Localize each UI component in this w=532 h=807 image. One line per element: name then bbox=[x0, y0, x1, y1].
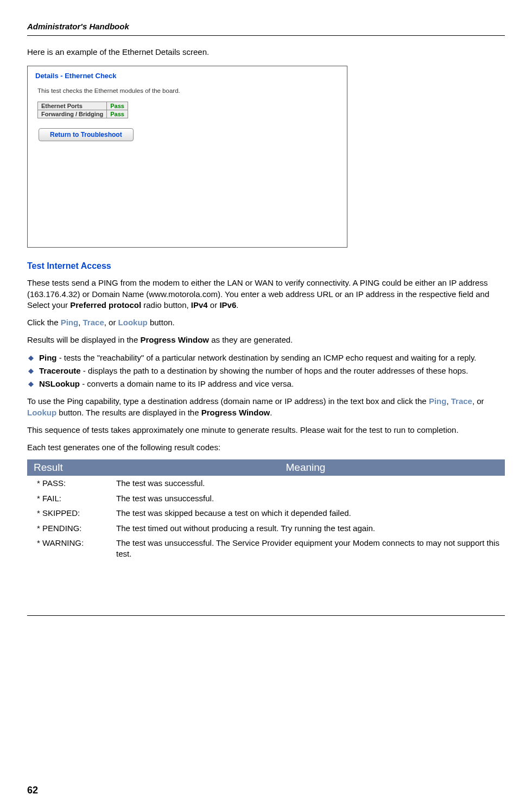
intro-text: Here is an example of the Ethernet Detai… bbox=[27, 47, 505, 58]
bullet-term: Traceroute bbox=[39, 366, 81, 375]
text: . bbox=[236, 300, 238, 310]
text-bold: Preferred protocol bbox=[70, 300, 141, 310]
text: as they are generated. bbox=[209, 335, 293, 344]
bullet-term: NSLookup bbox=[39, 379, 80, 388]
body-paragraph: To use the Ping capability, type a desti… bbox=[27, 396, 505, 418]
text: To use the Ping capability, type a desti… bbox=[27, 396, 429, 406]
result-code: * PASS: bbox=[27, 476, 106, 491]
ethernet-details-screenshot: Details - Ethernet Check This test check… bbox=[27, 66, 347, 248]
bullet-text: - displays the path to a destination by … bbox=[81, 366, 468, 375]
text: button. The results are displayed in the bbox=[56, 408, 201, 417]
text: radio button, bbox=[141, 300, 191, 310]
result-code: * WARNING: bbox=[27, 535, 106, 561]
ping-label: Ping bbox=[61, 318, 79, 327]
table-row: Ethernet Ports Pass bbox=[38, 102, 128, 110]
col-header-result: Result bbox=[27, 459, 106, 476]
result-meaning: The test was unsuccessful. bbox=[106, 491, 505, 506]
text-bold: IPv6 bbox=[219, 300, 236, 310]
cell-value: Pass bbox=[107, 102, 128, 110]
lookup-label: Lookup bbox=[27, 408, 56, 417]
body-paragraph: These tests send a PING from the modem t… bbox=[27, 278, 505, 311]
ss-title: Details - Ethernet Check bbox=[35, 72, 339, 80]
section-heading: Test Internet Access bbox=[27, 261, 505, 271]
text: Click the bbox=[27, 318, 61, 327]
lookup-label: Lookup bbox=[118, 318, 148, 327]
body-paragraph: Results will be displayed in the Progres… bbox=[27, 335, 505, 345]
result-meaning: The test was successful. bbox=[106, 476, 505, 491]
body-paragraph: This sequence of tests takes approximate… bbox=[27, 425, 505, 436]
text: . bbox=[270, 408, 272, 417]
running-header: Administrator's Handbook bbox=[27, 22, 505, 31]
ss-desc: This test checks the Ethernet modules of… bbox=[37, 87, 339, 94]
table-row: Forwarding / Bridging Pass bbox=[38, 110, 128, 118]
text: , or bbox=[472, 396, 484, 406]
return-button[interactable]: Return to Troubleshoot bbox=[39, 128, 134, 141]
ss-result-table: Ethernet Ports Pass Forwarding / Bridgin… bbox=[37, 102, 128, 118]
list-item: Traceroute - displays the path to a dest… bbox=[27, 365, 505, 376]
header-rule bbox=[27, 35, 505, 36]
footer-rule bbox=[27, 615, 505, 616]
result-meaning: The test timed out without producing a r… bbox=[106, 521, 505, 536]
cell-value: Pass bbox=[107, 110, 128, 118]
text: or bbox=[208, 300, 220, 310]
text: button. bbox=[148, 318, 175, 327]
result-codes-table: Result Meaning * PASS:The test was succe… bbox=[27, 459, 505, 561]
body-paragraph: Click the Ping, Trace, or Lookup button. bbox=[27, 317, 505, 328]
text-bold: Progress Window bbox=[201, 408, 270, 417]
table-row: * FAIL:The test was unsuccessful. bbox=[27, 491, 505, 506]
col-header-meaning: Meaning bbox=[106, 459, 505, 476]
cell-label: Ethernet Ports bbox=[38, 102, 107, 110]
text: , bbox=[78, 318, 83, 327]
list-item: NSLookup - converts a domain name to its… bbox=[27, 379, 505, 389]
result-code: * FAIL: bbox=[27, 491, 106, 506]
list-item: Ping - tests the "reachability" of a par… bbox=[27, 352, 505, 363]
text-bold: Progress Window bbox=[140, 335, 209, 344]
table-row: * WARNING:The test was unsuccessful. The… bbox=[27, 535, 505, 561]
table-row: * SKIPPED:The test was skipped because a… bbox=[27, 506, 505, 521]
text-bold: IPv4 bbox=[191, 300, 208, 310]
body-paragraph: Each test generates one of the following… bbox=[27, 442, 505, 453]
result-code: * SKIPPED: bbox=[27, 506, 106, 521]
result-meaning: The test was unsuccessful. The Service P… bbox=[106, 535, 505, 561]
text: Results will be displayed in the bbox=[27, 335, 140, 344]
bullet-list: Ping - tests the "reachability" of a par… bbox=[27, 352, 505, 390]
text: , bbox=[446, 396, 451, 406]
table-row: * PENDING:The test timed out without pro… bbox=[27, 521, 505, 536]
table-row: * PASS:The test was successful. bbox=[27, 476, 505, 491]
bullet-term: Ping bbox=[39, 353, 57, 362]
trace-label: Trace bbox=[451, 396, 472, 406]
cell-label: Forwarding / Bridging bbox=[38, 110, 107, 118]
text: , or bbox=[104, 318, 118, 327]
result-code: * PENDING: bbox=[27, 521, 106, 536]
result-meaning: The test was skipped because a test on w… bbox=[106, 506, 505, 521]
bullet-text: - converts a domain name to its IP addre… bbox=[80, 379, 294, 388]
trace-label: Trace bbox=[83, 318, 104, 327]
ping-label: Ping bbox=[429, 396, 447, 406]
bullet-text: - tests the "reachability" of a particul… bbox=[57, 353, 477, 362]
